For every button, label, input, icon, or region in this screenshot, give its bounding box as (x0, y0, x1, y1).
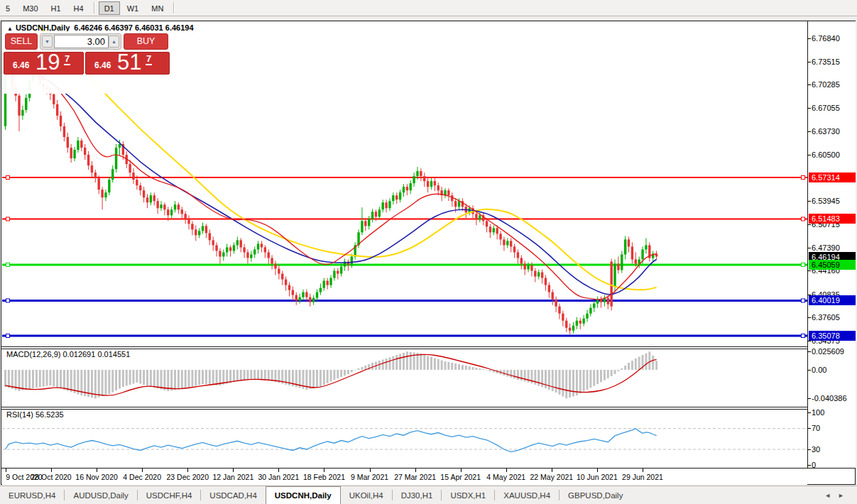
tab-eurusd-h4[interactable]: EURUSD,H4 (0, 486, 64, 504)
price-axis-label: 6.67055 (812, 104, 840, 112)
tab-dj30-h1[interactable]: DJ30,H1 (393, 486, 442, 504)
buy-price-point: 7 (146, 53, 152, 65)
price-level-badge: 6.45059 (809, 260, 856, 270)
volume-decrease-icon[interactable]: ▼ (42, 35, 53, 48)
price-axis-label: 6.73515 (812, 57, 840, 66)
time-tick (643, 469, 643, 472)
tab-xauusd-h4[interactable]: XAUUSD,H4 (495, 486, 559, 504)
timeframe-button-m30[interactable]: M30 (17, 1, 43, 15)
time-axis-label: 18 Feb 2021 (299, 473, 349, 481)
time-tick (278, 469, 279, 472)
macd-indicator-label: MACD(12,26,9) 0.012691 0.014551 (6, 350, 130, 358)
symbol-tab-bar: EURUSD,H4AUDUSD,DailyUSDCHF,H4USDCAD,H4U… (0, 486, 857, 504)
price-tick (807, 38, 811, 39)
horizontal-level-lines (2, 176, 807, 338)
time-tick (506, 469, 507, 472)
price-tick (807, 155, 811, 155)
rsi-tick (807, 412, 811, 413)
tab-usdchf-h4[interactable]: USDCHF,H4 (138, 486, 201, 504)
buy-price-prefix: 6.46 (94, 60, 111, 70)
time-axis-label: 27 Mar 2021 (391, 473, 440, 481)
tab-usdcad-h4[interactable]: USDCAD,H4 (201, 486, 265, 504)
timeframe-toolbar: 5M30H1H4D1W1MN (0, 0, 857, 16)
time-tick (324, 469, 324, 472)
tab-audusd-daily[interactable]: AUDUSD,Daily (65, 486, 136, 504)
time-tick (6, 469, 6, 472)
macd-tick (807, 370, 811, 371)
tab-ukoil-h4[interactable]: UKOil,H4 (341, 486, 392, 504)
price-level-badge: 6.51483 (809, 214, 856, 224)
price-axis-label: 6.76840 (812, 34, 840, 43)
tab-scroll-left-icon[interactable]: ◄ (824, 492, 831, 499)
price-axis-label: 6.37605 (812, 313, 840, 322)
time-axis[interactable]: 9 Oct 202028 Oct 202016 Nov 20204 Dec 20… (2, 469, 807, 485)
timeframe-button-h4[interactable]: H4 (68, 1, 89, 15)
price-tick (807, 62, 811, 62)
macd-axis-label: 0.00 (812, 366, 826, 374)
time-axis-label: 29 Jun 2021 (618, 473, 667, 481)
price-level-badge: 6.40019 (809, 295, 856, 305)
time-axis-label: 22 May 2021 (527, 473, 577, 481)
trading-platform-window: 5M30H1H4D1W1MN ▲USDCNH,Daily6.46246 6.46… (0, 0, 857, 504)
price-axis-label: 6.70285 (812, 80, 840, 89)
sell-button[interactable]: SELL (5, 33, 38, 50)
time-tick (461, 469, 462, 472)
time-tick (597, 469, 598, 472)
price-axis-label: 6.63730 (812, 127, 840, 136)
sell-price-point: 7 (64, 53, 70, 65)
time-tick (97, 469, 97, 472)
rsi-axis-label: 100 (812, 408, 824, 417)
price-tick (807, 270, 811, 271)
time-axis-label: 4 Dec 2020 (117, 473, 167, 481)
timeframe-button-mn[interactable]: MN (146, 1, 169, 15)
time-tick (187, 469, 188, 472)
tab-gbpusd-daily[interactable]: GBPUSD,Daily (559, 486, 631, 504)
time-tick (142, 469, 143, 472)
pane-divider[interactable] (1, 349, 855, 349)
price-tick (807, 108, 811, 109)
macd-tick (807, 398, 811, 399)
timeframe-button-h1[interactable]: H1 (45, 1, 67, 15)
time-axis-label: 15 Apr 2021 (436, 473, 486, 481)
price-tick (807, 317, 811, 318)
price-axis-label: 6.47390 (812, 243, 840, 252)
time-tick (51, 469, 52, 472)
time-axis-label: 4 May 2021 (481, 473, 531, 481)
rsi-axis-label: 0 (812, 461, 816, 469)
rsi-pane[interactable] (2, 410, 807, 468)
rsi-tick (807, 449, 811, 450)
macd-axis-label: -0.040386 (812, 394, 847, 402)
volume-increase-icon[interactable]: ▲ (109, 35, 119, 48)
rsi-indicator-label: RSI(14) 56.5235 (6, 410, 64, 419)
pane-divider[interactable] (1, 407, 855, 407)
timeframe-button-w1[interactable]: W1 (121, 1, 145, 15)
time-axis-label: 10 Jun 2021 (572, 473, 622, 481)
buy-price-pips: 51 (117, 50, 141, 75)
one-click-trade-panel: SELL ▼ ▲ BUY 6.46 19 7 6.46 51 7 (3, 31, 170, 94)
timeframe-button-5[interactable]: 5 (0, 1, 16, 15)
macd-histogram (6, 351, 657, 398)
buy-price-button[interactable]: 6.46 51 7 (85, 52, 170, 75)
pane-divider[interactable] (1, 409, 855, 410)
price-tick (807, 131, 811, 132)
sell-price-button[interactable]: 6.46 19 7 (4, 52, 84, 75)
rsi-tick (807, 428, 811, 429)
pane-divider[interactable] (1, 346, 855, 347)
tab-scroll-right-icon[interactable]: ► (838, 492, 844, 499)
rsi-line (6, 429, 657, 452)
time-axis-label: 28 Oct 2020 (26, 473, 76, 481)
time-axis-label: 16 Nov 2020 (72, 473, 121, 481)
tab-scroll-nav: ◄► (824, 486, 857, 504)
volume-input[interactable] (54, 35, 109, 48)
sell-price-prefix: 6.46 (13, 60, 29, 70)
timeframe-button-d1[interactable]: D1 (99, 1, 120, 15)
tab-usdcnh-daily[interactable]: USDCNH,Daily (266, 486, 341, 504)
time-tick (233, 469, 234, 472)
price-level-badge: 6.57314 (809, 172, 856, 182)
buy-button[interactable]: BUY (124, 33, 168, 50)
toolbar-separator (173, 2, 174, 13)
time-axis-label: 30 Jan 2021 (253, 473, 303, 481)
price-axis-label: 6.53945 (812, 197, 840, 205)
price-tick (807, 201, 811, 202)
tab-usdx-h1[interactable]: USDX,H1 (442, 486, 494, 504)
